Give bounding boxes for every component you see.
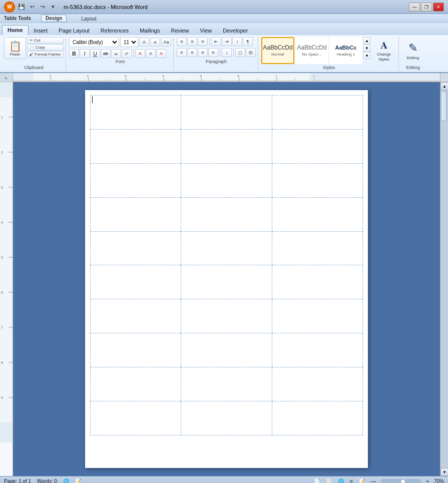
tab-design[interactable]: Design (41, 15, 67, 22)
font-size-select[interactable]: 11 (120, 37, 138, 47)
table-cell[interactable] (181, 333, 272, 367)
table-cell[interactable] (181, 197, 272, 231)
zoom-minus-button[interactable]: — (370, 478, 377, 483)
table-cell[interactable] (272, 231, 362, 265)
table-cell[interactable] (91, 401, 181, 435)
table-cell[interactable] (272, 163, 362, 197)
table-cell[interactable] (272, 197, 362, 231)
border-button[interactable]: ⊟ (246, 48, 256, 57)
table-cell[interactable] (181, 367, 272, 401)
table-cell[interactable] (272, 401, 362, 435)
table-cell[interactable] (181, 265, 272, 299)
shrink-font-button[interactable]: A (150, 38, 160, 47)
table-cell[interactable] (91, 367, 181, 401)
view-web-button[interactable]: 🌐 (337, 478, 345, 483)
table-cell[interactable] (272, 367, 362, 401)
highlight-button[interactable]: A (146, 49, 156, 58)
document-area[interactable] (13, 82, 440, 476)
table-cell[interactable] (91, 231, 181, 265)
view-draft-button[interactable]: 📝 (358, 478, 366, 483)
scroll-up-arrow[interactable]: ▲ (440, 82, 448, 90)
sort-button[interactable]: ↕ (232, 37, 242, 46)
font-color-button[interactable]: A (156, 49, 166, 58)
numbering-button[interactable]: ≡ (187, 37, 197, 46)
language-icon[interactable]: 🌐 (63, 478, 69, 483)
table-cell[interactable] (181, 96, 272, 130)
clear-formatting-button[interactable]: Aa (161, 38, 171, 47)
paste-button[interactable]: 📋 Paste (4, 37, 26, 59)
style-heading1[interactable]: AaBbCc Heading 1 (329, 37, 362, 64)
table-cell[interactable] (181, 299, 272, 333)
table-cell[interactable] (181, 401, 272, 435)
vertical-scrollbar[interactable]: ▲ ▼ (440, 82, 448, 476)
quick-access-dropdown[interactable]: ▾ (49, 3, 58, 12)
shading-button[interactable]: ◻ (235, 48, 245, 57)
table-cell[interactable] (272, 299, 362, 333)
tab-review[interactable]: Review (165, 26, 194, 35)
table-cell[interactable] (91, 333, 181, 367)
track-changes-icon[interactable]: 📝 (75, 478, 81, 483)
tab-page-layout[interactable]: Page Layout (53, 26, 95, 35)
table-cell[interactable] (272, 333, 362, 367)
styles-scroll-up[interactable]: ▲ (363, 37, 370, 44)
scroll-track[interactable] (440, 90, 448, 468)
tab-mailings[interactable]: Mailings (134, 26, 165, 35)
tab-references[interactable]: References (95, 26, 134, 35)
table-cell[interactable] (91, 197, 181, 231)
align-right-button[interactable]: ≡ (198, 48, 208, 57)
bold-button[interactable]: B (69, 49, 79, 58)
show-hide-button[interactable]: ¶ (243, 37, 253, 46)
zoom-thumb[interactable] (400, 479, 405, 484)
style-nospacing[interactable]: AaBbCcDd No Spaci... (295, 37, 328, 64)
align-left-button[interactable]: ≡ (177, 48, 187, 57)
zoom-slider[interactable] (381, 479, 421, 484)
line-spacing-button[interactable]: ↕ (222, 48, 232, 57)
close-button[interactable]: ✕ (433, 3, 444, 12)
redo-button[interactable]: ↪ (38, 3, 47, 12)
table-cell[interactable] (91, 163, 181, 197)
view-outline-button[interactable]: ≡ (349, 478, 354, 483)
table-cell[interactable] (272, 129, 362, 163)
text-effects-button[interactable]: A (135, 49, 145, 58)
copy-button[interactable]: 📄 Copy (27, 44, 64, 51)
table-cell[interactable] (181, 231, 272, 265)
table-cell[interactable] (272, 265, 362, 299)
table-cell[interactable] (91, 299, 181, 333)
tab-home[interactable]: Home (2, 25, 29, 35)
restore-button[interactable]: ❐ (421, 3, 432, 12)
underline-button[interactable]: U (90, 49, 100, 58)
format-painter-button[interactable]: 🖌 Format Painter (27, 51, 64, 58)
undo-button[interactable]: ↩ (28, 3, 37, 12)
scroll-down-arrow[interactable]: ▼ (440, 468, 448, 476)
grow-font-button[interactable]: A (139, 38, 149, 47)
tab-insert[interactable]: Insert (29, 26, 54, 35)
save-button[interactable]: 💾 (17, 3, 26, 12)
font-name-select[interactable]: Calibri (Body) (69, 37, 119, 47)
italic-button[interactable]: I (80, 49, 90, 58)
document-page[interactable] (85, 90, 368, 468)
bullets-button[interactable]: ≡ (177, 37, 187, 46)
increase-indent-button[interactable]: ⇥ (222, 37, 232, 46)
tab-view[interactable]: View (195, 26, 218, 35)
superscript-button[interactable]: x² (122, 49, 132, 58)
editing-button[interactable]: ✎ Editing (402, 37, 424, 64)
tab-developer[interactable]: Developer (217, 26, 253, 35)
table-cell[interactable] (181, 129, 272, 163)
scroll-thumb[interactable] (441, 91, 447, 121)
center-button[interactable]: ≡ (187, 48, 197, 57)
subscript-button[interactable]: x₂ (111, 49, 121, 58)
change-styles-button[interactable]: 𝐀 Change Styles (371, 37, 396, 64)
table-cell[interactable] (272, 96, 362, 130)
multilevel-button[interactable]: ≡ (198, 37, 208, 46)
decrease-indent-button[interactable]: ⇤ (211, 37, 221, 46)
tab-layout[interactable]: Layout (77, 15, 101, 22)
strikethrough-button[interactable]: ab (101, 49, 111, 58)
style-normal[interactable]: AaBbCcDd Normal (261, 37, 294, 64)
view-print-button[interactable]: 📄 (313, 478, 321, 483)
styles-more[interactable]: ▼ (363, 52, 370, 59)
cut-button[interactable]: ✂ Cut (27, 37, 64, 44)
justify-button[interactable]: ≡ (208, 48, 218, 57)
minimize-button[interactable]: — (409, 3, 420, 12)
table-cell[interactable] (91, 129, 181, 163)
table-cell[interactable] (91, 96, 181, 130)
